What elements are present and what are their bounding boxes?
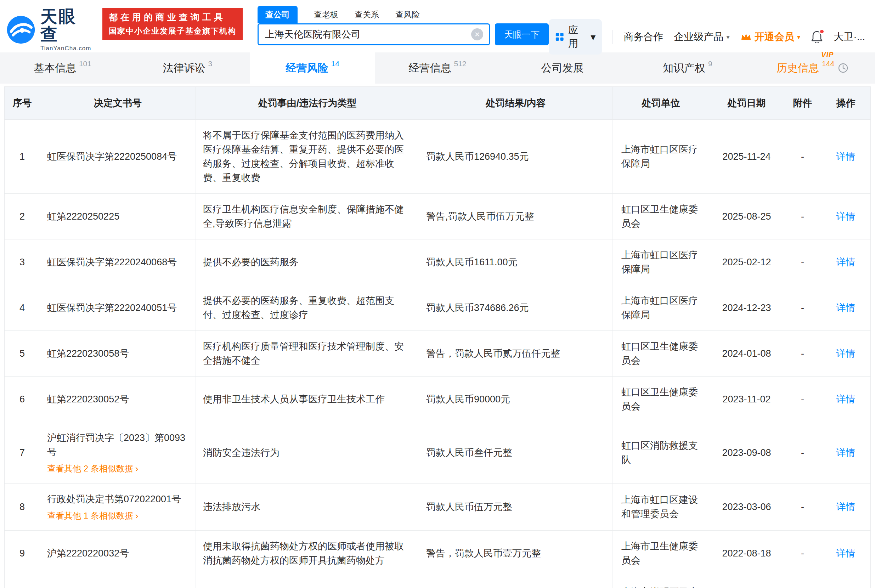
- penalty-reason: 将不属于医疗保障基金支付范围的医药费用纳入医疗保障基金结算、重复开药、提供不必要…: [203, 128, 412, 185]
- penalty-result: 罚款人民币叁仟元整: [426, 446, 605, 460]
- col-header-date: 处罚日期: [709, 87, 784, 119]
- apps-menu[interactable]: 应用 ▾: [549, 19, 602, 54]
- apps-grid-icon: [555, 32, 564, 42]
- similar-data-label: 查看其他 1 条相似数据: [47, 510, 133, 522]
- tab-legal-litigation[interactable]: 法律诉讼 3: [125, 52, 250, 84]
- tab-basic-info[interactable]: 基本信息 101: [0, 52, 125, 84]
- row-no: 4: [20, 301, 25, 315]
- company-section-tabs: 基本信息 101 法律诉讼 3 经营风险 14 经营信息 512 公司发展 知识…: [0, 52, 875, 84]
- penalty-unit: 上海市虹口区医疗保障局: [621, 248, 700, 276]
- caret-down-icon: ▾: [797, 33, 801, 41]
- doc-no: 沪第2220220032号: [47, 546, 188, 560]
- row-no: 6: [20, 392, 25, 406]
- attachment: -: [801, 546, 804, 560]
- tab-count: 101: [79, 60, 92, 68]
- detail-link[interactable]: 详情: [836, 301, 855, 315]
- clear-search-icon[interactable]: ✕: [471, 28, 483, 40]
- similar-data-link[interactable]: 查看其他 1 条相似数据 ›: [47, 510, 188, 522]
- detail-link[interactable]: 详情: [836, 346, 855, 361]
- detail-link[interactable]: 详情: [836, 209, 855, 224]
- cooperation-label: 商务合作: [623, 30, 663, 44]
- penalty-unit: 上海市崇明区卫生和计划生育委员会: [621, 585, 700, 588]
- history-clock-icon: [838, 63, 848, 74]
- tab-count: 3: [208, 60, 212, 68]
- search-tab-boss[interactable]: 查老板: [314, 6, 338, 23]
- penalty-result: 罚款人民币伍万元整: [426, 500, 605, 514]
- detail-link[interactable]: 详情: [836, 500, 855, 514]
- search-tab-relation[interactable]: 查关系: [354, 6, 379, 23]
- tab-company-development[interactable]: 公司发展: [500, 52, 625, 84]
- menu-item-vip[interactable]: 开通会员 ▾: [740, 30, 801, 44]
- menu-item-enterprise[interactable]: 企业级产品 ▾: [674, 30, 730, 44]
- penalty-unit: 虹口区消防救援支队: [621, 438, 700, 467]
- col-header-reason: 处罚事由/违法行为类型: [196, 87, 419, 119]
- row-no: 3: [20, 255, 25, 269]
- tab-count: 512: [454, 60, 466, 68]
- logo-domain: TianYanCha.com: [41, 45, 94, 52]
- penalty-date: 2025-02-12: [722, 255, 771, 269]
- attachment: -: [801, 301, 804, 315]
- banner-line-1: 都在用的商业查询工具: [109, 11, 236, 23]
- top-bar: 天眼查 TianYanCha.com 都在用的商业查询工具 国家中小企业发展子基…: [0, 0, 875, 52]
- notification-dot: [819, 29, 825, 34]
- doc-no: 沪虹消行罚决字〔2023〕第0093号: [47, 431, 188, 459]
- detail-link[interactable]: 详情: [836, 150, 855, 164]
- search-button[interactable]: 天眼一下: [495, 23, 549, 45]
- tab-label: 公司发展: [541, 61, 584, 75]
- attachment: -: [801, 346, 804, 361]
- penalty-date: 2024-01-08: [722, 346, 771, 361]
- notification-bell[interactable]: [811, 30, 823, 43]
- tianyancha-logo[interactable]: 天眼查 TianYanCha.com: [6, 8, 94, 52]
- penalty-result: 罚款人民币90000元: [426, 392, 605, 406]
- table-row: 4 虹医保罚决字第2220240051号 提供不必要的医药服务、重复收费、超范围…: [5, 285, 870, 330]
- row-no: 1: [20, 150, 25, 164]
- penalty-date: 2023-03-06: [722, 500, 771, 514]
- tab-operating-risk[interactable]: 经营风险 14: [250, 52, 375, 84]
- tab-operating-info[interactable]: 经营信息 512: [375, 52, 500, 84]
- similar-data-link[interactable]: 查看其他 2 条相似数据 ›: [47, 463, 188, 475]
- search-tab-company[interactable]: 查公司: [258, 6, 297, 23]
- tab-label: 法律诉讼: [163, 61, 205, 75]
- penalty-unit: 上海市虹口区医疗保障局: [621, 294, 700, 322]
- search-tab-risk[interactable]: 查风险: [395, 6, 420, 23]
- table-row: 7 沪虹消行罚决字〔2023〕第0093号 查看其他 2 条相似数据 › 消防安…: [5, 422, 870, 483]
- detail-link[interactable]: 详情: [836, 392, 855, 406]
- logo-text: 天眼查: [41, 8, 94, 44]
- penalty-date: 2025-11-24: [722, 150, 770, 164]
- penalty-reason: 提供不必要的医药服务、重复收费、超范围支付、过度检查、过度诊疗: [203, 294, 412, 322]
- table-row: 5 虹第2220230058号 医疗机构医疗质量管理和医疗技术管理制度、安全措施…: [5, 330, 870, 376]
- penalty-table: 序号 决定文书号 处罚事由/违法行为类型 处罚结果/内容 处罚单位 处罚日期 附…: [4, 86, 871, 588]
- header-divider: [612, 30, 613, 44]
- menu-item-cooperation[interactable]: 商务合作: [623, 30, 663, 44]
- header-menu: 应用 ▾ 商务合作 企业级产品 ▾ 开通会员 ▾ 大卫·...: [549, 19, 865, 54]
- col-header-unit: 处罚单位: [613, 87, 709, 119]
- crown-icon: [740, 32, 752, 42]
- penalty-date: 2023-09-08: [722, 446, 771, 460]
- user-account[interactable]: 大卫·...: [833, 30, 865, 44]
- table-row: 1 虹医保罚决字第2220250084号 将不属于医疗保障基金支付范围的医药费用…: [5, 119, 870, 194]
- penalty-reason: 使用未取得抗菌药物处方权的医师或者使用被取消抗菌药物处方权的医师开具抗菌药物处方: [203, 539, 412, 567]
- penalty-reason: 医疗卫生机构医疗信息安全制度、保障措施不健全,导致医疗信息泄露: [203, 202, 412, 231]
- detail-link[interactable]: 详情: [836, 255, 855, 269]
- attachment: -: [801, 150, 804, 164]
- chevron-right-icon: ›: [135, 510, 138, 522]
- detail-link[interactable]: 详情: [836, 446, 855, 460]
- col-header-action: 操作: [821, 87, 870, 119]
- tab-count: 14: [331, 60, 339, 68]
- penalty-result: 罚款人民币126940.35元: [426, 150, 605, 164]
- doc-no: 虹第2220230052号: [47, 392, 188, 406]
- col-header-no: 序号: [5, 87, 40, 119]
- search-tabs: 查公司 查老板 查关系 查风险: [258, 5, 549, 23]
- col-header-attachment: 附件: [784, 87, 821, 119]
- tab-intellectual-property[interactable]: 知识产权 9: [625, 52, 750, 84]
- penalty-unit: 虹口区卫生健康委员会: [621, 339, 700, 368]
- row-no: 2: [20, 209, 25, 224]
- detail-link[interactable]: 详情: [836, 546, 855, 560]
- doc-no: 虹第2220230058号: [47, 346, 188, 361]
- search-input[interactable]: [259, 29, 489, 40]
- tab-history-info[interactable]: 历史信息 VIP 144: [750, 52, 875, 84]
- chevron-right-icon: ›: [135, 463, 138, 475]
- tab-count: 9: [708, 60, 712, 68]
- penalty-unit: 上海市虹口区建设和管理委员会: [621, 493, 700, 521]
- penalty-reason: 医疗机构医疗质量管理和医疗技术管理制度、安全措施不健全: [203, 339, 412, 368]
